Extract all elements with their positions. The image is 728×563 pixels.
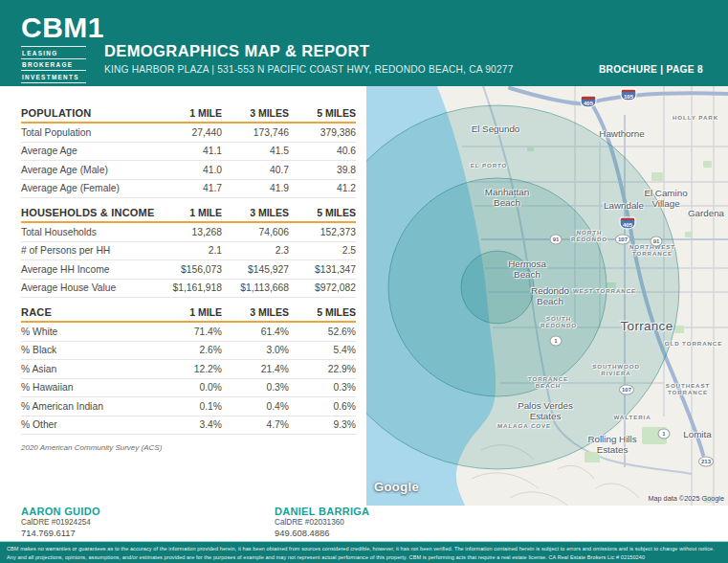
cell-value: 74,606 — [222, 227, 289, 238]
map-label-northwest-torrance: NORTHWEST TORRANCE — [624, 244, 681, 258]
cell-value: 21.4% — [222, 364, 289, 375]
cell-value: 41.9 — [222, 183, 289, 194]
disclaimer-text: CBM makes no warranties or guarantees as… — [7, 545, 721, 562]
column-header-1-mile: 1 MILE — [155, 207, 222, 218]
row-label: % American Indian — [21, 401, 155, 413]
map-label-redondo-beach: Redondo Beach — [523, 286, 577, 307]
cell-value: 379,386 — [289, 127, 356, 139]
row-label: Total Population — [21, 127, 155, 139]
cbm1-logo-text: CBM1 — [21, 13, 86, 42]
header-band: CBM1 LEASING BROKERAGE INVESTMENTS DEMOG… — [0, 0, 728, 86]
contact-name: AARON GUIDO — [21, 506, 110, 517]
table-row: Average House Value $1,161,918 $1,113,66… — [21, 280, 356, 299]
row-label: Average Age — [21, 146, 155, 157]
cell-value: $1,161,918 — [155, 282, 222, 294]
interstate-405-shield: 405 — [620, 217, 636, 230]
row-label: % Black — [21, 345, 155, 356]
map-label-torrance: Torrance — [621, 319, 673, 333]
table-row: % Black 2.6% 3.0% 5.4% — [21, 342, 356, 361]
route-1-shield: 1 — [550, 336, 563, 347]
map-label-el-camino-village: El Camino Village — [638, 189, 694, 210]
map-label-holly-park: HOLLY PARK — [673, 115, 718, 122]
row-label: Average Age (Male) — [21, 165, 155, 176]
cell-value: 13,268 — [155, 227, 222, 238]
google-logo: Google — [374, 480, 419, 494]
cell-value: 61.4% — [222, 327, 289, 338]
population-table: POPULATION 1 MILE 3 MILES 5 MILES Total … — [21, 107, 356, 198]
route-107-shield: 107 — [615, 235, 630, 245]
brochure-page-label: BROCHURE | PAGE 8 — [599, 64, 703, 75]
map-label-west-torrance: WEST TORRANCE — [573, 288, 636, 295]
map-label-north-redondo: NORTH REDONDO — [565, 230, 613, 243]
map-label-hermosa-beach: Hermosa Beach — [500, 259, 554, 281]
map-label-southeast-torrance: SOUTHEAST TORRANCE — [661, 383, 715, 396]
cell-value: 12.2% — [155, 364, 222, 375]
cell-value: $131,347 — [289, 264, 356, 276]
cbm1-logo: CBM1 LEASING BROKERAGE INVESTMENTS — [21, 13, 86, 83]
cell-value: 0.0% — [155, 382, 222, 394]
cell-value: 39.8 — [289, 165, 356, 176]
contact-phone[interactable]: 714.769.6117 — [21, 528, 110, 539]
cell-value: 2.5 — [289, 245, 356, 257]
table-row: Average Age 41.1 41.5 40.6 — [21, 143, 356, 162]
row-label: Average Age (Female) — [21, 183, 155, 194]
table-row: % Hawaiian 0.0% 0.3% 0.3% — [21, 379, 356, 398]
cell-value: 0.1% — [155, 401, 222, 413]
cell-value: 41.7 — [155, 183, 222, 194]
logo-division-brokerage: BROKERAGE — [21, 58, 86, 71]
property-address: KING HARBOR PLAZA | 531-553 N PACIFIC CO… — [104, 64, 514, 75]
cell-value: 40.7 — [222, 165, 289, 176]
table-row: % White 71.4% 61.4% 52.6% — [21, 323, 356, 342]
map-label-el-porto: EL PORTO — [471, 163, 508, 169]
map-label-walteria: WALTERIA — [613, 415, 651, 421]
contact-license: CalDRE #02031360 — [275, 518, 369, 527]
map-label-southwood-riviera: SOUTHWOOD RIVIERA — [588, 364, 644, 377]
cell-value: 22.9% — [289, 364, 356, 375]
map-label-torrance-beach: TORRANCE BEACH — [524, 376, 572, 390]
cell-value: 2.6% — [155, 345, 222, 356]
table-row: % Other 3.4% 4.7% 9.3% — [21, 417, 356, 436]
column-header-5-miles: 5 MILES — [289, 207, 356, 218]
data-source-footnote: 2020 American Community Survey (ACS) — [21, 443, 356, 452]
cell-value: 0.6% — [289, 401, 356, 413]
column-header-5-miles: 5 MILES — [289, 306, 356, 318]
cell-value: 71.4% — [155, 327, 222, 338]
row-label: % Asian — [21, 364, 155, 375]
column-header-3-miles: 3 MILES — [222, 306, 289, 318]
interstate-105-shield: 105 — [621, 89, 637, 101]
table-title-population: POPULATION — [21, 107, 155, 119]
table-row: Average Age (Male) 41.0 40.7 39.8 — [21, 161, 356, 180]
map-attribution: Map data ©2025 Google — [648, 494, 724, 503]
cell-value: 5.4% — [289, 345, 356, 356]
map-label-lomita: Lomita — [683, 430, 711, 440]
cell-value: 41.1 — [155, 146, 222, 157]
table-title-households-income: HOUSEHOLDS & INCOME — [21, 207, 155, 218]
table-row: % Asian 12.2% 21.4% 22.9% — [21, 360, 356, 379]
table-row: % American Indian 0.1% 0.4% 0.6% — [21, 397, 356, 417]
cell-value: 27,440 — [155, 127, 222, 139]
column-header-3-miles: 3 MILES — [222, 207, 289, 218]
table-row: Average Age (Female) 41.7 41.9 41.2 — [21, 180, 356, 199]
cell-value: 2.1 — [155, 245, 222, 257]
map-label-gardena: Gardena — [688, 209, 724, 219]
map-label-rolling-hills-estates: Rolling Hills Estates — [573, 435, 651, 456]
row-label: % Hawaiian — [21, 382, 155, 394]
cell-value: 41.5 — [222, 146, 289, 157]
map-label-el-segundo: El Segundo — [472, 124, 520, 135]
cell-value: 152,373 — [289, 227, 356, 238]
table-row: # of Persons per HH 2.1 2.3 2.5 — [21, 242, 356, 261]
route-91-shield: 91 — [651, 236, 663, 247]
cell-value: 41.2 — [289, 183, 356, 194]
cell-value: 40.6 — [289, 146, 356, 157]
row-label: Total Households — [21, 227, 155, 238]
cell-value: 41.0 — [155, 165, 222, 176]
cell-value: 173,746 — [222, 127, 289, 139]
row-label: # of Persons per HH — [21, 245, 155, 257]
page-title: DEMOGRAPHICS MAP & REPORT — [104, 42, 514, 60]
table-row: Total Population 27,440 173,746 379,386 — [21, 124, 356, 143]
logo-division-leasing: LEASING — [21, 46, 86, 58]
column-header-5-miles: 5 MILES — [289, 107, 356, 119]
cell-value: 52.6% — [289, 327, 356, 338]
contact-phone[interactable]: 949.608.4886 — [275, 528, 369, 539]
table-title-race: RACE — [21, 306, 155, 318]
